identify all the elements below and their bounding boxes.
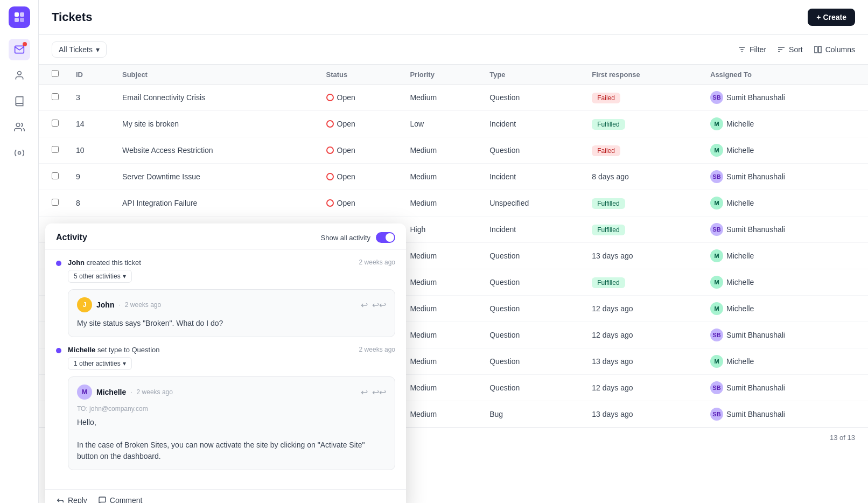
- create-button[interactable]: + Create: [808, 9, 855, 26]
- cell-priority: Medium: [401, 296, 481, 322]
- show-all-toggle[interactable]: [376, 232, 395, 243]
- row-checkbox[interactable]: [52, 120, 59, 127]
- col-id: ID: [67, 65, 114, 85]
- sidebar-item-team[interactable]: [9, 116, 30, 138]
- comment-text-1: My site status says "Broken". What do I …: [77, 318, 386, 329]
- comment-name-michelle: Michelle: [96, 388, 126, 396]
- comment-button[interactable]: Comment: [98, 496, 143, 503]
- cell-first-response: 13 days ago: [583, 348, 702, 375]
- activity-event-1: John created this ticket 2 weeks ago 5 o…: [56, 259, 395, 337]
- event-content-2: Michelle set type to Question 2 weeks ag…: [68, 346, 395, 470]
- cell-priority: Medium: [401, 322, 481, 348]
- reply-icon-1[interactable]: ↩: [361, 300, 368, 310]
- assigned-avatar: M: [710, 276, 723, 289]
- cell-first-response: Failed: [583, 85, 702, 111]
- columns-button[interactable]: Columns: [814, 45, 855, 54]
- cell-priority: Medium: [401, 401, 481, 428]
- cell-assigned: M Michelle: [702, 348, 868, 375]
- chevron-icon-1: ▾: [123, 273, 126, 280]
- cell-priority: Medium: [401, 190, 481, 216]
- table-row[interactable]: 10 Website Access Restriction Open Mediu…: [39, 137, 868, 164]
- cell-assigned: M Michelle: [702, 190, 868, 216]
- cell-subject: Website Access Restriction: [114, 137, 318, 164]
- row-checkbox[interactable]: [52, 172, 59, 179]
- sidebar-item-knowledge[interactable]: [9, 90, 30, 112]
- sidebar-item-inbox[interactable]: [9, 39, 30, 60]
- assigned-avatar: M: [710, 249, 723, 262]
- cell-subject: API Integration Failure: [114, 190, 318, 216]
- cell-id: 14: [67, 111, 114, 137]
- chevron-icon-2: ▾: [123, 360, 126, 367]
- cell-assigned: SB Sumit Bhanushali: [702, 322, 868, 348]
- sidebar-item-integrations[interactable]: [9, 142, 30, 164]
- cell-assigned: SB Sumit Bhanushali: [702, 401, 868, 428]
- svg-rect-2: [15, 18, 19, 22]
- comment-author-left-2: M Michelle · 2 weeks ago: [77, 385, 173, 400]
- reply-icon-2[interactable]: ↩: [361, 387, 368, 397]
- cell-first-response: Fulfilled: [583, 269, 702, 296]
- table-wrapper: ID Subject Status Priority Type First re…: [39, 65, 868, 503]
- activity-footer: Reply Comment: [45, 489, 406, 503]
- filter-button[interactable]: Filter: [738, 45, 766, 54]
- cell-id: 10: [67, 137, 114, 164]
- assigned-avatar: SB: [710, 91, 723, 104]
- svg-rect-1: [20, 12, 24, 17]
- table-row[interactable]: 14 My site is broken Open Low Incident F…: [39, 111, 868, 137]
- cell-priority: Medium: [401, 137, 481, 164]
- cell-assigned: M Michelle: [702, 243, 868, 269]
- comment-time-2: 2 weeks ago: [137, 388, 173, 396]
- event-dot-1: [56, 261, 61, 266]
- forward-icon-1[interactable]: ↩↩: [372, 300, 386, 310]
- cell-status: Open: [318, 111, 402, 137]
- assigned-avatar: SB: [710, 223, 723, 236]
- col-first-response: First response: [583, 65, 702, 85]
- svg-point-6: [18, 152, 20, 155]
- activity-event-2: Michelle set type to Question 2 weeks ag…: [56, 346, 395, 470]
- row-checkbox[interactable]: [52, 199, 59, 206]
- assigned-avatar: M: [710, 117, 723, 130]
- svg-rect-13: [815, 46, 817, 53]
- cell-first-response: Fulfilled: [583, 190, 702, 216]
- svg-rect-3: [20, 18, 24, 22]
- forward-icon-2[interactable]: ↩↩: [372, 387, 386, 397]
- select-all-checkbox[interactable]: [52, 70, 59, 77]
- other-activities-btn-1[interactable]: 5 other activities ▾: [68, 270, 132, 283]
- assigned-avatar: SB: [710, 170, 723, 183]
- table-row[interactable]: 9 Server Downtime Issue Open Medium Inci…: [39, 164, 868, 190]
- status-dot: [326, 199, 334, 207]
- cell-status: Open: [318, 190, 402, 216]
- filter-dropdown-button[interactable]: All Tickets ▾: [52, 41, 107, 58]
- cell-type: Question: [481, 322, 583, 348]
- cell-id: 3: [67, 85, 114, 111]
- other-activities-btn-2[interactable]: 1 other activities ▾: [68, 357, 132, 370]
- cell-priority: Medium: [401, 164, 481, 190]
- cell-first-response: 13 days ago: [583, 401, 702, 428]
- col-subject: Subject: [114, 65, 318, 85]
- cell-type: Question: [481, 85, 583, 111]
- cell-priority: Medium: [401, 243, 481, 269]
- table-row[interactable]: 8 API Integration Failure Open Medium Un…: [39, 190, 868, 216]
- cell-first-response: 12 days ago: [583, 322, 702, 348]
- cell-id: 8: [67, 190, 114, 216]
- cell-first-response: 12 days ago: [583, 296, 702, 322]
- event-time-2: 2 weeks ago: [359, 346, 395, 354]
- row-checkbox[interactable]: [52, 93, 59, 100]
- cell-type: Incident: [481, 111, 583, 137]
- sidebar-item-contacts[interactable]: [9, 65, 30, 86]
- row-checkbox[interactable]: [52, 146, 59, 153]
- assigned-avatar: M: [710, 144, 723, 157]
- reply-button[interactable]: Reply: [56, 496, 87, 503]
- cell-status: Open: [318, 164, 402, 190]
- filter-label: All Tickets: [59, 45, 93, 54]
- cell-type: Bug: [481, 401, 583, 428]
- table-row[interactable]: 3 Email Connectivity Crisis Open Medium …: [39, 85, 868, 111]
- show-all-label: Show all activity: [321, 234, 370, 242]
- cell-assigned: M Michelle: [702, 296, 868, 322]
- cell-type: Question: [481, 269, 583, 296]
- cell-type: Question: [481, 137, 583, 164]
- app-logo: [9, 6, 30, 28]
- activity-body: John created this ticket 2 weeks ago 5 o…: [45, 250, 406, 489]
- event-description-2: Michelle set type to Question: [68, 346, 160, 354]
- status-dot: [326, 146, 334, 154]
- sort-button[interactable]: Sort: [777, 45, 803, 54]
